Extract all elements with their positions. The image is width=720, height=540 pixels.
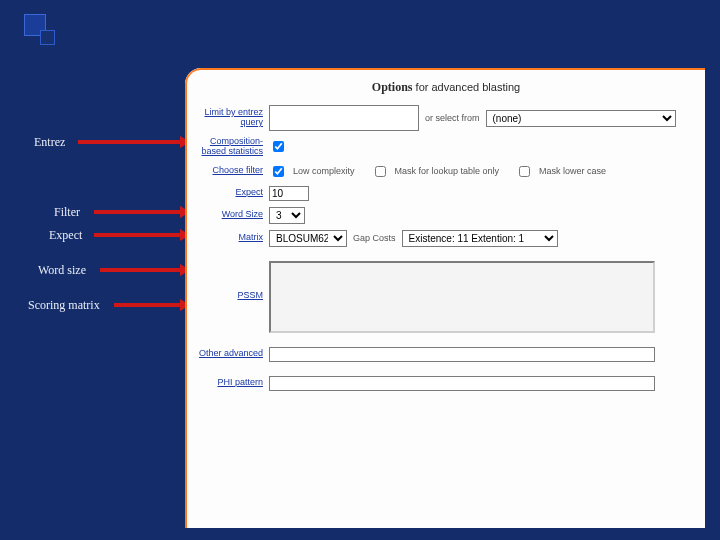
row-matrix: Matrix BLOSUM62 Gap Costs Existence: 11 … bbox=[197, 230, 695, 247]
row-expect: Expect bbox=[197, 186, 695, 201]
row-pssm: PSSM bbox=[197, 261, 695, 333]
gapcosts-select[interactable]: Existence: 11 Extention: 1 bbox=[402, 230, 558, 247]
arrow-filter bbox=[94, 210, 181, 214]
phi-pattern-input[interactable] bbox=[269, 376, 655, 391]
arrow-matrix bbox=[114, 303, 181, 307]
annot-expect: Expect bbox=[49, 228, 82, 243]
compstats-checkbox[interactable] bbox=[273, 141, 284, 152]
pssm-textarea[interactable] bbox=[269, 261, 655, 333]
row-entrez: Limit by entrez query or select from (no… bbox=[197, 105, 695, 131]
label-expect: Expect bbox=[197, 188, 263, 198]
label-entrez: Limit by entrez query bbox=[197, 108, 263, 128]
label-other: Other advanced bbox=[197, 349, 263, 359]
blast-options-panel: Options for advanced blasting Limit by e… bbox=[185, 68, 705, 528]
entrez-or-select: or select from bbox=[425, 113, 480, 123]
slide-decor-squares bbox=[24, 14, 64, 54]
label-pssm: PSSM bbox=[197, 261, 263, 301]
label-compstats: Composition-based statistics bbox=[197, 137, 263, 157]
row-other: Other advanced bbox=[197, 347, 695, 362]
matrix-select[interactable]: BLOSUM62 bbox=[269, 230, 347, 247]
annot-filter: Filter bbox=[54, 205, 80, 220]
filter-lowcomplexity-checkbox[interactable] bbox=[273, 166, 284, 177]
label-wordsize: Word Size bbox=[197, 210, 263, 220]
row-wordsize: Word Size 3 bbox=[197, 207, 695, 224]
wordsize-select[interactable]: 3 bbox=[269, 207, 305, 224]
arrow-wordsize bbox=[100, 268, 181, 272]
filter-masklookup-label: Mask for lookup table only bbox=[395, 166, 500, 176]
arrow-expect bbox=[94, 233, 181, 237]
row-filter: Choose filter Low complexity Mask for lo… bbox=[197, 163, 695, 180]
filter-masklookup-checkbox[interactable] bbox=[375, 166, 386, 177]
label-phi: PHI pattern bbox=[197, 378, 263, 388]
filter-masklower-label: Mask lower case bbox=[539, 166, 606, 176]
annot-entrez: Entrez bbox=[34, 135, 65, 150]
entrez-select[interactable]: (none) bbox=[486, 110, 676, 127]
row-compstats: Composition-based statistics bbox=[197, 137, 695, 157]
label-filter: Choose filter bbox=[197, 166, 263, 176]
options-title-bold: Options bbox=[372, 80, 413, 94]
annot-wordsize: Word size bbox=[38, 263, 86, 278]
options-title-rest: for advanced blasting bbox=[413, 81, 521, 93]
arrow-entrez bbox=[78, 140, 181, 144]
filter-lowcomplexity-label: Low complexity bbox=[293, 166, 355, 176]
entrez-query-input[interactable] bbox=[269, 105, 419, 131]
expect-input[interactable] bbox=[269, 186, 309, 201]
label-matrix: Matrix bbox=[197, 233, 263, 243]
gapcosts-label: Gap Costs bbox=[353, 233, 396, 243]
panel-header: Options for advanced blasting bbox=[197, 80, 695, 95]
other-advanced-input[interactable] bbox=[269, 347, 655, 362]
filter-masklower-checkbox[interactable] bbox=[519, 166, 530, 177]
annot-matrix: Scoring matrix bbox=[28, 298, 100, 313]
row-phi: PHI pattern bbox=[197, 376, 695, 391]
